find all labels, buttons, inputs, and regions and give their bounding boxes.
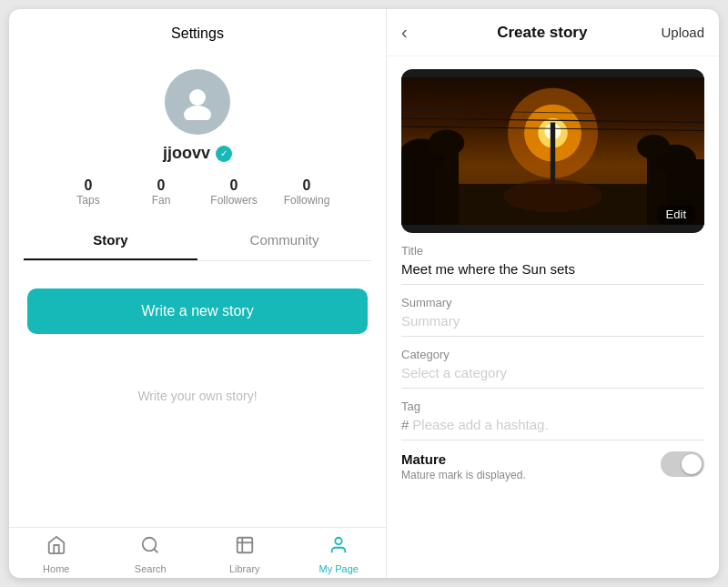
write-new-story-button[interactable]: Write a new story (27, 288, 368, 334)
summary-label: Summary (401, 296, 704, 309)
avatar (165, 69, 230, 135)
right-panel: ‹ Create story Upload (387, 9, 719, 578)
toggle-knob (682, 454, 702, 474)
mature-title: Mature (401, 451, 526, 467)
nav-mypage[interactable]: My Page (292, 535, 387, 574)
svg-point-25 (429, 130, 465, 157)
tag-placeholder: Please add a hashtag. (412, 417, 548, 432)
username-row: jjoovv ✓ (163, 144, 232, 163)
tag-hash: # (401, 417, 409, 432)
back-button[interactable]: ‹ (401, 22, 408, 43)
right-header: ‹ Create story Upload (387, 9, 719, 56)
tag-row[interactable]: # Please add a hashtag. (401, 417, 704, 440)
home-icon (46, 535, 66, 561)
svg-point-7 (336, 538, 342, 544)
stats-row: 0 Taps 0 Fan 0 Followers 0 Following (24, 177, 371, 207)
svg-point-18 (504, 180, 602, 213)
search-icon (140, 535, 160, 561)
svg-point-1 (184, 106, 211, 120)
left-header: Settings (9, 9, 386, 51)
tag-label: Tag (401, 400, 704, 413)
nav-library-label: Library (229, 563, 260, 574)
left-panel: Settings jjoovv ✓ 0 Taps 0 Fan (9, 9, 387, 578)
svg-rect-4 (238, 538, 253, 553)
nav-search[interactable]: Search (104, 535, 198, 574)
mature-toggle[interactable] (661, 451, 704, 477)
library-icon (235, 535, 255, 561)
svg-point-0 (189, 89, 206, 106)
category-label: Category (401, 348, 704, 361)
bottom-nav: Home Search (9, 527, 386, 578)
mature-info: Mature Mature mark is displayed. (401, 451, 526, 481)
mypage-icon (329, 535, 349, 561)
mature-subtitle: Mature mark is displayed. (401, 469, 526, 481)
empty-story-text: Write your own story! (137, 389, 257, 403)
create-story-title: Create story (417, 24, 668, 42)
stat-followers: 0 Followers (197, 177, 270, 207)
upload-button[interactable]: Upload (661, 25, 704, 40)
nav-search-label: Search (135, 563, 167, 574)
tabs-row: Story Community (24, 221, 371, 261)
verified-badge: ✓ (216, 146, 232, 162)
story-image-container[interactable]: Edit (401, 69, 704, 233)
category-input[interactable]: Select a category (401, 365, 704, 389)
username: jjoovv (163, 144, 210, 163)
stat-fan: 0 Fan (125, 177, 197, 207)
nav-home-label: Home (43, 563, 69, 574)
svg-line-3 (155, 549, 158, 552)
nav-home[interactable]: Home (9, 535, 104, 574)
tab-community[interactable]: Community (197, 221, 371, 260)
stat-taps: 0 Taps (52, 177, 125, 207)
settings-title: Settings (171, 25, 224, 41)
svg-point-2 (143, 538, 157, 552)
edit-badge[interactable]: Edit (657, 205, 695, 224)
nav-mypage-label: My Page (319, 563, 359, 574)
summary-input[interactable]: Summary (401, 313, 704, 337)
title-label: Title (401, 244, 704, 258)
profile-section: jjoovv ✓ 0 Taps 0 Fan 0 Followers 0 (9, 51, 386, 270)
stat-following: 0 Following (270, 177, 343, 207)
nav-library[interactable]: Library (197, 535, 292, 574)
svg-point-26 (637, 135, 670, 159)
title-value[interactable]: Meet me where the Sun sets (401, 261, 704, 285)
tab-content: Write a new story Write your own story! (9, 270, 386, 527)
mature-row: Mature Mature mark is displayed. (401, 451, 704, 494)
tab-story[interactable]: Story (24, 221, 197, 260)
form-section: Title Meet me where the Sun sets Summary… (387, 233, 719, 494)
